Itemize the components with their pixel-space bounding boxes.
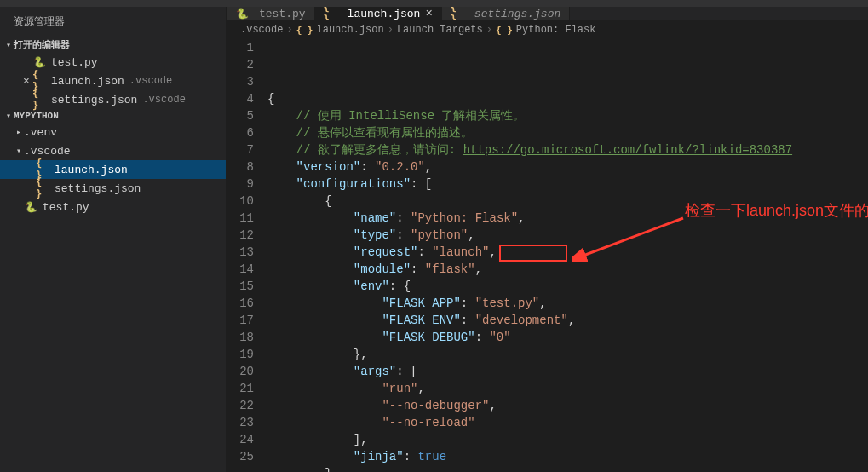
code-line[interactable]: "jinja": true: [267, 448, 868, 465]
line-number: 25: [227, 448, 254, 465]
line-number-gutter: 1234567891011121314151617181920212223242…: [227, 39, 267, 472]
code-line[interactable]: "type": "python",: [267, 227, 868, 244]
line-number: 6: [227, 124, 254, 141]
open-editor-item[interactable]: { }settings.json.vscode: [0, 90, 226, 109]
close-icon[interactable]: ×: [20, 75, 32, 88]
breadcrumb-separator: ›: [486, 24, 492, 36]
code-line[interactable]: "run",: [267, 380, 868, 397]
line-number: 1: [227, 39, 254, 56]
folder-item[interactable]: ▸.venv: [0, 123, 226, 141]
code-line[interactable]: "--no-debugger",: [267, 397, 868, 414]
editor-tab[interactable]: 🐍test.py: [227, 7, 315, 20]
python-file-icon: 🐍: [24, 200, 37, 214]
code-line[interactable]: "version": "0.2.0",: [267, 158, 868, 176]
code-line[interactable]: "module": "flask",: [267, 261, 868, 278]
tab-label: test.py: [259, 8, 306, 20]
json-braces-icon: { }: [496, 25, 513, 36]
breadcrumb-part[interactable]: launch.json: [317, 24, 384, 36]
code-line[interactable]: "configurations": [: [267, 176, 868, 193]
code-line[interactable]: ],: [267, 431, 868, 448]
menubar[interactable]: [0, 0, 868, 7]
explorer-sidebar: 资源管理器 ▾ 打开的编辑器 🐍test.py×{ }launch.json.v…: [0, 7, 227, 472]
code-line[interactable]: },: [267, 346, 868, 363]
python-file-icon: 🐍: [32, 55, 46, 69]
open-editors-label: 打开的编辑器: [14, 38, 70, 51]
editor-tab[interactable]: { }launch.json×: [315, 7, 442, 20]
line-number: 24: [227, 431, 254, 448]
tab-label: settings.json: [474, 8, 560, 20]
code-editor[interactable]: 1234567891011121314151617181920212223242…: [227, 39, 868, 472]
editor-tab[interactable]: { }settings.json: [442, 7, 570, 20]
code-line[interactable]: // 使用 IntelliSense 了解相关属性。: [267, 107, 868, 124]
chevron-right-icon: ▸: [14, 127, 24, 137]
json-braces-icon: { }: [296, 25, 313, 36]
open-editors-header[interactable]: ▾ 打开的编辑器: [0, 37, 226, 53]
code-line[interactable]: "FLASK_APP": "test.py",: [267, 295, 868, 312]
line-number: 14: [227, 261, 254, 278]
line-number: 22: [227, 397, 254, 414]
file-name: launch.json: [51, 75, 124, 88]
file-item[interactable]: { }launch.json: [0, 160, 226, 179]
breadcrumb-part[interactable]: Python: Flask: [516, 24, 596, 36]
code-line[interactable]: "env": {: [267, 278, 868, 295]
code-line[interactable]: "--no-reload": [267, 414, 868, 431]
code-line[interactable]: {: [267, 90, 868, 107]
line-number: 19: [227, 346, 254, 363]
line-number: 9: [227, 176, 254, 193]
line-number: 13: [227, 244, 254, 261]
tab-label: launch.json: [348, 8, 421, 20]
line-number: 4: [227, 90, 254, 107]
annotation-text: 检查一下launch.json文件的"FLASK_APP"是否是和刚才建立的te…: [685, 199, 868, 222]
code-line[interactable]: "request": "launch",: [267, 244, 868, 261]
line-number: 12: [227, 227, 254, 244]
workspace-header[interactable]: ▾ MYPYTHON: [0, 109, 226, 123]
line-number: 10: [227, 193, 254, 210]
file-item[interactable]: { }settings.json: [0, 179, 226, 198]
json-file-icon: { }: [324, 7, 337, 20]
file-name: test.py: [43, 201, 89, 214]
code-line[interactable]: "FLASK_ENV": "development",: [267, 312, 868, 329]
json-file-icon: { }: [32, 74, 46, 88]
explorer-title: 资源管理器: [0, 7, 226, 37]
tab-bar: 🐍test.py{ }launch.json×{ }settings.json: [227, 7, 868, 20]
line-number: 3: [227, 73, 254, 90]
line-number: 20: [227, 363, 254, 380]
code-content[interactable]: { // 使用 IntelliSense 了解相关属性。 // 悬停以查看现有属…: [267, 39, 868, 472]
code-line[interactable]: // 欲了解更多信息，请访问: https://go.microsoft.com…: [267, 141, 868, 158]
breadcrumb-part[interactable]: Launch Targets: [397, 24, 483, 36]
close-icon[interactable]: ×: [425, 7, 432, 20]
python-file-icon: 🐍: [235, 7, 249, 20]
breadcrumb-separator: ›: [286, 24, 292, 36]
breadcrumb-separator: ›: [388, 24, 394, 36]
line-number: 23: [227, 414, 254, 431]
code-line[interactable]: // 悬停以查看现有属性的描述。: [267, 124, 868, 141]
file-name: test.py: [51, 56, 98, 69]
folder-name: .venv: [24, 126, 57, 139]
breadcrumb-part[interactable]: .vscode: [240, 24, 283, 36]
file-name: launch.json: [55, 164, 128, 176]
line-number: 7: [227, 141, 254, 158]
breadcrumbs[interactable]: .vscode›{ }launch.json›Launch Targets›{ …: [227, 20, 868, 39]
json-file-icon: { }: [451, 7, 464, 20]
code-line[interactable]: "FLASK_DEBUG": "0": [267, 329, 868, 346]
code-line[interactable]: "args": [: [267, 363, 868, 380]
line-number: 11: [227, 210, 254, 227]
open-editors-list: 🐍test.py×{ }launch.json.vscode{ }setting…: [0, 53, 226, 109]
folder-name: .vscode: [24, 145, 71, 158]
file-item[interactable]: 🐍test.py: [0, 198, 226, 216]
json-file-icon: { }: [36, 181, 49, 195]
json-file-icon: { }: [36, 163, 49, 176]
line-number: 8: [227, 158, 254, 176]
folder-item[interactable]: ▾.vscode: [0, 141, 226, 160]
chevron-down-icon: ▾: [3, 40, 14, 50]
code-line[interactable]: }: [267, 465, 868, 472]
line-number: 2: [227, 56, 254, 73]
json-file-icon: { }: [32, 93, 46, 106]
workspace-label: MYPYTHON: [14, 111, 59, 121]
line-number: 16: [227, 295, 254, 312]
line-number: 15: [227, 278, 254, 295]
chevron-down-icon: ▾: [3, 111, 14, 121]
chevron-down-icon: ▾: [14, 146, 24, 156]
file-path-dim: .vscode: [129, 75, 172, 87]
line-number: 17: [227, 312, 254, 329]
